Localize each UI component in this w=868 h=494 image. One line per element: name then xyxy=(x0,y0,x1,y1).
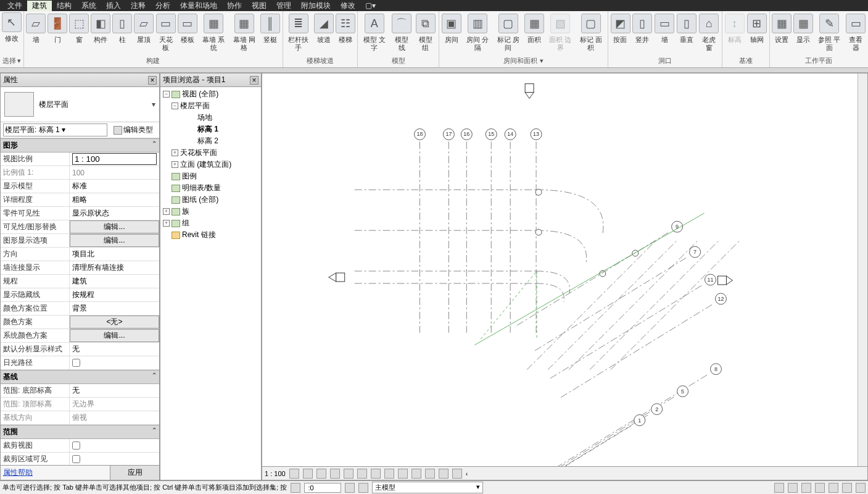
menu-arch[interactable]: 建筑 xyxy=(27,1,52,11)
elev-marker-west[interactable] xyxy=(329,273,345,282)
select-pinned-icon[interactable] xyxy=(801,483,811,493)
type-selector[interactable]: 楼层平面 ▾ xyxy=(1,87,159,122)
tree-site[interactable]: 场地 xyxy=(160,112,261,124)
floor-button[interactable]: ▭楼板 xyxy=(177,12,199,55)
orient-value[interactable]: 项目北 xyxy=(70,248,159,261)
disp-model-value[interactable]: 标准 xyxy=(70,180,159,193)
editable-only-icon[interactable] xyxy=(345,483,355,493)
visual-style-icon[interactable] xyxy=(303,469,313,479)
select-links-icon[interactable] xyxy=(774,483,784,493)
cropr-checkbox[interactable] xyxy=(72,455,80,463)
tree-families[interactable]: +族 xyxy=(160,206,261,217)
mullion-button[interactable]: ║竖梃 xyxy=(260,12,281,55)
menu-insert[interactable]: 插入 xyxy=(101,1,126,11)
syscolor-edit-button[interactable]: 编辑... xyxy=(70,329,159,342)
menu-mass[interactable]: 体量和场地 xyxy=(175,1,222,11)
worksharing-icon[interactable] xyxy=(425,469,435,479)
tree-level2[interactable]: 标高 2 xyxy=(160,135,261,147)
crop-region-icon[interactable] xyxy=(371,469,381,479)
curtain-sys-button[interactable]: ▦幕墙 系统 xyxy=(198,12,229,55)
properties-close-icon[interactable]: × xyxy=(148,76,157,85)
room-button[interactable]: ▣房间 xyxy=(440,12,462,55)
filter-icon[interactable] xyxy=(856,483,866,493)
disc-value[interactable]: 建筑 xyxy=(70,275,159,288)
defan-value[interactable]: 无 xyxy=(70,343,159,356)
browser-close-icon[interactable]: × xyxy=(250,76,258,85)
background-icon[interactable] xyxy=(842,483,852,493)
properties-title-bar[interactable]: 属性 × xyxy=(1,73,159,87)
wall-opening-button[interactable]: ▭墙 xyxy=(653,12,676,55)
menu-modify[interactable]: 修改 xyxy=(336,1,360,11)
tree-legends[interactable]: 图例 xyxy=(160,170,261,182)
canvas-scroll-v[interactable] xyxy=(858,73,867,466)
u-bot-value[interactable]: 无 xyxy=(70,384,159,397)
parts-value[interactable]: 显示原状态 xyxy=(70,207,159,220)
curtain-grid-button[interactable]: ▦幕墙 网格 xyxy=(229,12,260,55)
level-button[interactable]: ↕标高 xyxy=(724,12,746,55)
properties-apply-button[interactable]: 应用 xyxy=(110,466,159,480)
room-area-group-label[interactable]: 房间和面积 ▾ xyxy=(503,55,543,67)
tree-schedules[interactable]: 明细表/数量 xyxy=(160,182,261,194)
reveal-icon[interactable] xyxy=(411,469,421,479)
modify-tool[interactable]: ↖ 修改 xyxy=(0,11,23,55)
component-button[interactable]: ◧构件 xyxy=(90,12,112,55)
view-scale-input[interactable] xyxy=(72,153,157,165)
room-tag-button[interactable]: ▢标记 房间 xyxy=(493,12,524,55)
menu-file[interactable]: 文件 xyxy=(2,1,27,11)
menu-analyze[interactable]: 分析 xyxy=(151,1,175,11)
shaft-button[interactable]: ▯竖井 xyxy=(631,12,653,55)
edit-type-button[interactable]: 编辑类型 xyxy=(110,124,157,136)
gdo-edit-button[interactable]: 编辑... xyxy=(70,234,159,247)
select-face-icon[interactable] xyxy=(815,483,825,493)
temp-hide-icon[interactable] xyxy=(398,469,408,479)
model-group-button[interactable]: ⧉模型 组 xyxy=(413,12,437,55)
properties-grid[interactable]: 图形⌃ 视图比例 比例值 1:100 显示模型标准 详细程度粗略 零件可见性显示… xyxy=(1,138,159,465)
detail-value[interactable]: 粗略 xyxy=(70,193,159,206)
rendering-icon[interactable] xyxy=(344,469,353,479)
select-underlay-icon[interactable] xyxy=(788,483,798,493)
analytical-icon[interactable] xyxy=(439,469,448,479)
cscheme-button[interactable]: <无> xyxy=(70,316,159,329)
window-button[interactable]: ⬚窗 xyxy=(68,12,90,55)
underlay-header[interactable]: 基线⌃ xyxy=(1,370,159,384)
tree-links[interactable]: Revit 链接 xyxy=(160,229,261,241)
properties-help-link[interactable]: 属性帮助 xyxy=(1,466,110,480)
browser-title-bar[interactable]: 项目浏览器 - 项目1 × xyxy=(160,73,261,87)
crop-checkbox[interactable] xyxy=(72,442,80,450)
dormer-button[interactable]: ⌂老虎窗 xyxy=(698,12,721,55)
menu-collab[interactable]: 协作 xyxy=(222,1,247,11)
grid-button[interactable]: ⊞轴网 xyxy=(746,12,768,55)
menu-manage[interactable]: 管理 xyxy=(271,1,296,11)
tree-groups[interactable]: +组 xyxy=(160,217,261,229)
drag-elements-icon[interactable] xyxy=(829,483,838,493)
ref-plane-button[interactable]: ✎参照 平面 xyxy=(814,12,845,55)
extents-header[interactable]: 范围⌃ xyxy=(1,425,159,439)
model-line-button[interactable]: ⌒模型 线 xyxy=(390,12,414,55)
sun-path-icon[interactable] xyxy=(316,469,326,479)
graphics-header[interactable]: 图形⌃ xyxy=(1,138,159,153)
set-plane-button[interactable]: ▦设置 xyxy=(771,12,793,55)
crop-icon[interactable] xyxy=(357,469,367,479)
stair-button[interactable]: ☷楼梯 xyxy=(334,12,356,55)
elev-marker-east[interactable] xyxy=(717,276,732,285)
railing-button[interactable]: ≣栏杆扶手 xyxy=(284,12,313,55)
status-coord[interactable]: :0 xyxy=(304,483,341,493)
menu-view[interactable]: 视图 xyxy=(247,1,271,11)
roof-button[interactable]: ▱屋顶 xyxy=(133,12,155,55)
wjoin-value[interactable]: 清理所有墙连接 xyxy=(70,261,159,274)
tree-level1[interactable]: 标高 1 xyxy=(160,124,261,135)
select-group-label[interactable]: 选择▾ xyxy=(0,55,23,67)
shadows-icon[interactable] xyxy=(330,469,340,479)
room-sep-button[interactable]: ▥房间 分隔 xyxy=(462,12,493,55)
constraints-icon[interactable] xyxy=(452,469,462,479)
menu-addin[interactable]: 附加模块 xyxy=(296,1,336,11)
drawing-canvas[interactable]: 181716151413 9711128521 1 : 100 xyxy=(262,73,868,480)
area-button[interactable]: ▦面积 xyxy=(524,12,545,55)
instance-selector[interactable]: 楼层平面: 标高 1 ▾ xyxy=(3,124,107,136)
door-button[interactable]: 🚪门 xyxy=(47,12,68,55)
hidden-value[interactable]: 按规程 xyxy=(70,288,159,301)
vert-opening-button[interactable]: ▯垂直 xyxy=(676,12,698,55)
viewbar-scroll-left[interactable]: ‹ xyxy=(466,470,468,477)
tree-views[interactable]: −视图 (全部) xyxy=(160,88,261,100)
tree-elevations[interactable]: +立面 (建筑立面) xyxy=(160,159,261,170)
